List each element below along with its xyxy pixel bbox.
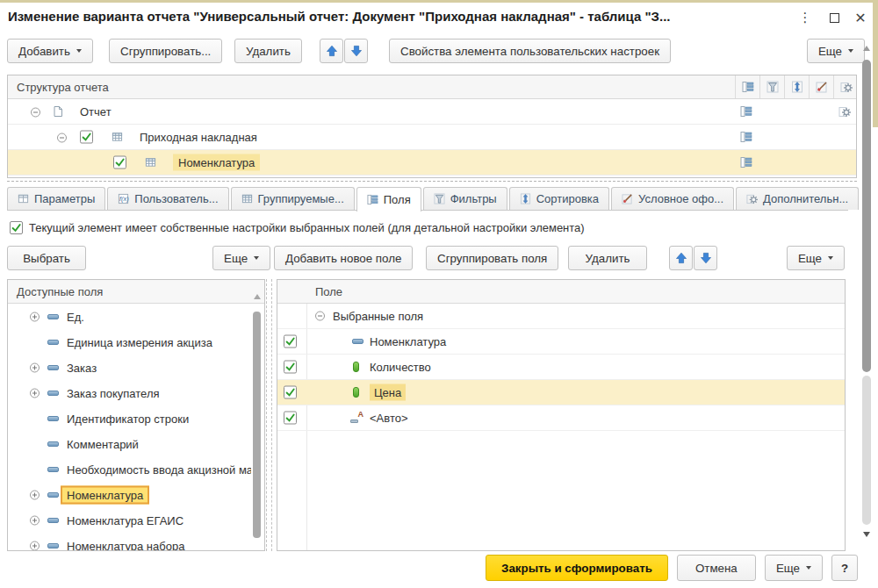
tab-sorting[interactable]: Сортировка: [509, 187, 609, 210]
tab-grouped-fields[interactable]: Группируемые...: [231, 187, 355, 210]
check-icon: [284, 336, 296, 348]
additional-settings-column-header[interactable]: [833, 75, 858, 98]
window-title: Изменение варианта отчета "Универсальный…: [8, 9, 671, 24]
list-item[interactable]: Заказ покупателя: [8, 380, 264, 405]
scroll-down-icon[interactable]: [863, 532, 870, 537]
structure-row-nomenclature[interactable]: Номенклатура: [8, 150, 856, 176]
list-item-label: Необходимость ввода акцизной ма: [67, 463, 251, 476]
cancel-button[interactable]: Отмена: [677, 555, 756, 581]
filter-column-header[interactable]: [759, 75, 784, 98]
list-item[interactable]: Единица измерения акциза: [8, 329, 264, 355]
own-settings-checkbox[interactable]: [10, 221, 23, 234]
field-icon: [47, 416, 59, 421]
available-more-button[interactable]: Еще: [212, 246, 270, 270]
expand-icon[interactable]: [30, 362, 40, 372]
expand-icon[interactable]: [30, 388, 40, 398]
checkbox-checked[interactable]: [80, 131, 93, 144]
selected-fields-more-button[interactable]: Еще: [787, 246, 845, 270]
field-move-down-button[interactable]: [694, 246, 717, 270]
tab-user-settings[interactable]: f(x) Пользователь...: [107, 187, 228, 210]
add-new-field-label: Добавить новое поле: [285, 252, 401, 265]
footer-more-button[interactable]: Еще: [765, 555, 823, 581]
selected-fields-panel: Поле Выбранные поля Номенклатура Количес…: [277, 279, 846, 551]
list-item[interactable]: Номенклатура набора: [8, 533, 264, 551]
selected-fields-group-row[interactable]: Выбранные поля: [277, 304, 845, 329]
structure-row-document[interactable]: Приходная накладная: [8, 125, 856, 150]
tab-parameters[interactable]: Параметры: [7, 187, 105, 210]
checkbox-checked[interactable]: [284, 412, 297, 425]
collapse-icon[interactable]: [57, 133, 67, 143]
available-fields-header-label: Доступные поля: [17, 285, 103, 298]
group-button[interactable]: Сгруппировать...: [109, 39, 222, 63]
list-item[interactable]: Номенклатура ЕГАИС: [8, 507, 264, 533]
gear-icon[interactable]: [838, 105, 851, 118]
checkbox-checked[interactable]: [284, 335, 297, 348]
list-item[interactable]: Комментарий: [8, 431, 264, 456]
checkbox-checked[interactable]: [284, 361, 297, 374]
delete-button[interactable]: Удалить: [234, 39, 302, 63]
close-and-generate-button[interactable]: Закрыть и сформировать: [486, 555, 668, 581]
move-up-button[interactable]: [320, 39, 343, 63]
window-scrollbar[interactable]: [861, 46, 872, 542]
list-item[interactable]: Заказ: [8, 355, 264, 380]
structure-row-label-selected: Номенклатура: [173, 154, 260, 171]
sort-icon: [520, 193, 531, 204]
checkbox-checked[interactable]: [284, 386, 297, 399]
scroll-up-icon[interactable]: [254, 294, 261, 299]
settings-tabs: Параметры f(x) Пользователь... Группируе…: [7, 187, 848, 211]
window-menu-dots-icon[interactable]: ⋮: [795, 7, 816, 28]
fields-icon[interactable]: [740, 131, 752, 143]
field-column-header-label: Поле: [315, 285, 342, 298]
selected-field-label: Номенклатура: [370, 335, 446, 348]
field-icon: [47, 314, 59, 319]
expand-icon[interactable]: [30, 312, 40, 321]
list-item[interactable]: Идентификатор строки: [8, 405, 264, 431]
list-item[interactable]: Необходимость ввода акцизной ма: [8, 456, 264, 482]
scrollbar-thumb[interactable]: [253, 312, 261, 538]
horizontal-splitter[interactable]: [7, 181, 857, 182]
collapse-icon[interactable]: [31, 108, 40, 118]
selected-field-row[interactable]: Количество: [277, 355, 845, 380]
help-button[interactable]: ?: [831, 555, 858, 581]
tab-additional[interactable]: Дополнительн...: [736, 187, 859, 210]
add-new-field-button[interactable]: Добавить новое поле: [274, 246, 413, 270]
tab-filters[interactable]: Фильтры: [423, 187, 507, 210]
fields-icon[interactable]: [740, 156, 752, 169]
selected-field-row-selected[interactable]: Цена: [277, 380, 845, 405]
available-fields-scrollbar[interactable]: [253, 306, 262, 547]
vertical-splitter[interactable]: [266, 279, 272, 551]
expand-icon[interactable]: [30, 490, 40, 499]
selected-field-row[interactable]: A <Авто>: [277, 405, 845, 431]
fields-column-header[interactable]: [735, 75, 759, 98]
tab-conditional-appearance[interactable]: Условное офо...: [611, 187, 734, 210]
toolbar-more-button[interactable]: Еще: [807, 39, 865, 63]
svg-text:f(x): f(x): [119, 195, 129, 203]
collapse-icon[interactable]: [315, 312, 325, 321]
tab-label: Параметры: [34, 192, 95, 205]
list-item[interactable]: Ед.: [8, 304, 264, 329]
own-settings-row: Текущий элемент имеет собственные настро…: [10, 221, 585, 234]
scrollbar-thumb[interactable]: [862, 60, 871, 372]
delete-field-button[interactable]: Удалить: [568, 246, 647, 270]
conditional-appearance-column-header[interactable]: [809, 75, 833, 98]
scroll-up-icon[interactable]: [863, 46, 870, 51]
list-item-selected[interactable]: Номенклатура: [8, 482, 264, 507]
structure-row-report[interactable]: Отчет: [8, 99, 856, 125]
expand-icon[interactable]: [30, 541, 40, 550]
field-move-up-button[interactable]: [669, 246, 693, 270]
move-down-button[interactable]: [344, 39, 368, 63]
field-icon: [47, 543, 59, 549]
tab-fields[interactable]: Поля: [356, 187, 421, 212]
checkbox-checked[interactable]: [113, 156, 126, 169]
add-button[interactable]: Добавить: [7, 39, 93, 63]
close-icon[interactable]: ✕: [850, 7, 871, 28]
maximize-icon[interactable]: [824, 7, 845, 28]
select-button[interactable]: Выбрать: [7, 246, 86, 270]
group-fields-button[interactable]: Сгруппировать поля: [426, 246, 558, 270]
expand-icon[interactable]: [30, 515, 40, 525]
fields-icon[interactable]: [740, 105, 752, 118]
auto-field-icon: A: [350, 412, 363, 424]
sort-column-header[interactable]: [784, 75, 809, 98]
selected-field-row[interactable]: Номенклатура: [277, 329, 845, 355]
user-settings-properties-button[interactable]: Свойства элемента пользовательских настр…: [389, 39, 671, 63]
